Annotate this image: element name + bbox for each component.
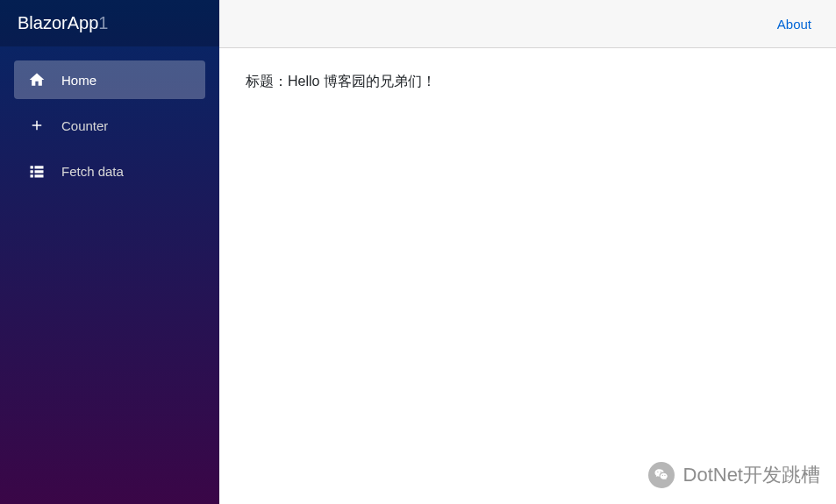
sidebar-item-fetch-data[interactable]: Fetch data — [14, 152, 205, 190]
watermark-text: DotNet开发跳槽 — [683, 462, 820, 488]
sidebar-item-label: Home — [61, 73, 96, 88]
page-content: 标题：Hello 博客园的兄弟们！ — [219, 48, 836, 116]
watermark: DotNet开发跳槽 — [648, 462, 820, 488]
sidebar-item-label: Fetch data — [61, 164, 124, 179]
plus-icon — [28, 117, 46, 134]
sidebar-item-label: Counter — [61, 118, 108, 133]
home-icon — [28, 71, 46, 89]
brand-suffix: 1 — [98, 13, 108, 32]
sidebar-item-counter[interactable]: Counter — [14, 106, 205, 145]
brand-name: BlazorApp — [18, 13, 98, 32]
sidebar: BlazorApp1 Home Counter Fetch data — [0, 0, 219, 504]
nav-list: Home Counter Fetch data — [0, 46, 219, 204]
app-brand[interactable]: BlazorApp1 — [0, 0, 219, 46]
topbar: About — [219, 0, 836, 48]
wechat-icon — [648, 462, 675, 488]
list-icon — [28, 162, 46, 180]
main-area: About 标题：Hello 博客园的兄弟们！ DotNet开发跳槽 — [219, 0, 836, 504]
sidebar-item-home[interactable]: Home — [14, 60, 205, 99]
content-title: 标题：Hello 博客园的兄弟们！ — [246, 73, 810, 91]
about-link[interactable]: About — [777, 17, 811, 32]
